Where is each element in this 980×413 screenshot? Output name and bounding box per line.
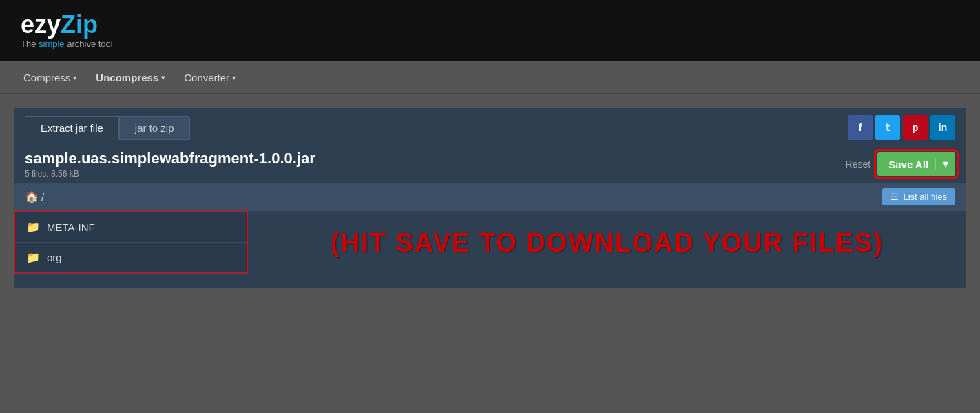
- folder-name-org: org: [47, 252, 62, 263]
- folder-name-meta-inf: META-INF: [47, 221, 95, 233]
- social-icons: f 𝕥 p in: [848, 115, 955, 140]
- logo-text: ezyZip: [21, 12, 113, 37]
- nav-compress-label: Compress: [23, 72, 70, 83]
- compress-dropdown-icon: ▾: [73, 74, 76, 81]
- tab-extract-jar[interactable]: Extract jar file: [25, 116, 119, 140]
- list-all-label: List all files: [903, 192, 947, 202]
- file-actions: Reset Save All ▾: [846, 152, 955, 176]
- subtitle-simple: simple: [39, 39, 65, 49]
- logo-zip: Zip: [61, 10, 98, 39]
- breadcrumb-path: /: [41, 191, 44, 203]
- home-icon: 🏠: [25, 190, 39, 203]
- file-list-container: 📁 META-INF 📁 org (HIT SAVE TO DOWNLOAD Y…: [14, 211, 966, 274]
- nav-compress[interactable]: Compress ▾: [14, 61, 86, 93]
- tab-jar-to-zip-label: jar to zip: [135, 122, 174, 134]
- tab-extract-jar-label: Extract jar file: [41, 122, 103, 134]
- list-all-files-button[interactable]: ☰ List all files: [882, 188, 955, 205]
- breadcrumb-row: 🏠 / ☰ List all files: [14, 183, 966, 211]
- nav-uncompress[interactable]: Uncompress ▾: [86, 61, 174, 93]
- linkedin-share-button[interactable]: in: [930, 115, 955, 140]
- facebook-icon: f: [859, 122, 862, 133]
- nav-converter[interactable]: Converter ▾: [174, 61, 245, 93]
- hit-save-area: (HIT SAVE TO DOWNLOAD YOUR FILES): [248, 211, 966, 274]
- tab-jar-to-zip[interactable]: jar to zip: [119, 116, 190, 140]
- subtitle-text: The: [21, 39, 39, 49]
- folder-icon: 📁: [26, 251, 40, 264]
- list-item[interactable]: 📁 org: [15, 243, 247, 273]
- save-all-dropdown-icon[interactable]: ▾: [935, 158, 955, 170]
- uncompress-dropdown-icon: ▾: [161, 74, 165, 81]
- file-name: sample.uas.simplewabfragment-1.0.0.jar: [25, 150, 315, 168]
- file-info: sample.uas.simplewabfragment-1.0.0.jar 5…: [25, 150, 315, 179]
- linkedin-icon: in: [939, 122, 947, 133]
- tabs: Extract jar file jar to zip: [25, 116, 190, 140]
- pinterest-icon: p: [913, 122, 919, 133]
- breadcrumb: 🏠 /: [25, 190, 44, 203]
- twitter-share-button[interactable]: 𝕥: [875, 115, 900, 140]
- reset-link[interactable]: Reset: [846, 159, 871, 170]
- header: ezyZip The simple archive tool: [0, 0, 980, 61]
- logo: ezyZip The simple archive tool: [21, 12, 113, 49]
- tabs-row: Extract jar file jar to zip f 𝕥 p in: [14, 108, 966, 140]
- nav-converter-label: Converter: [184, 72, 229, 83]
- save-all-button[interactable]: Save All ▾: [877, 152, 955, 176]
- file-list: 📁 META-INF 📁 org: [14, 211, 248, 274]
- main-content: Extract jar file jar to zip f 𝕥 p in sam…: [14, 108, 966, 288]
- logo-ezy: ezy: [21, 10, 61, 39]
- converter-dropdown-icon: ▾: [232, 74, 236, 81]
- hit-save-message: (HIT SAVE TO DOWNLOAD YOUR FILES): [331, 228, 884, 258]
- list-all-icon: ☰: [890, 192, 899, 202]
- save-all-label: Save All: [888, 159, 935, 170]
- file-meta: 5 files, 8.56 kB: [25, 169, 315, 179]
- navigation: Compress ▾ Uncompress ▾ Converter ▾: [0, 61, 980, 94]
- pinterest-share-button[interactable]: p: [903, 115, 928, 140]
- logo-subtitle: The simple archive tool: [21, 39, 113, 49]
- list-item[interactable]: 📁 META-INF: [15, 212, 247, 243]
- folder-icon: 📁: [26, 221, 40, 234]
- facebook-share-button[interactable]: f: [848, 115, 873, 140]
- twitter-icon: 𝕥: [886, 122, 890, 133]
- file-info-row: sample.uas.simplewabfragment-1.0.0.jar 5…: [14, 140, 966, 183]
- nav-uncompress-label: Uncompress: [96, 72, 158, 83]
- subtitle-rest: archive tool: [65, 39, 113, 49]
